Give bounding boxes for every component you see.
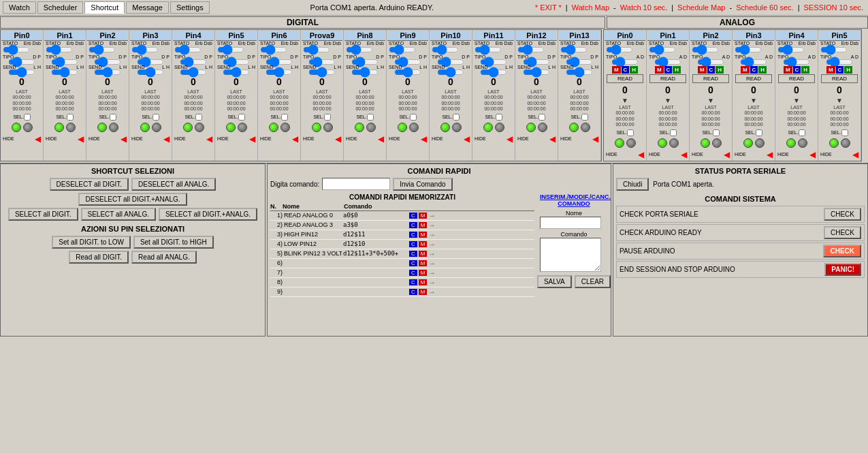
tipo-slider[interactable] <box>351 59 379 65</box>
clear-btn[interactable]: CLEAR <box>575 275 611 288</box>
mch-c-btn[interactable]: C <box>836 66 844 74</box>
send-slider[interactable] <box>566 69 593 75</box>
send-slider[interactable] <box>523 69 550 75</box>
tipo-slider[interactable] <box>137 59 164 65</box>
cmd-arrow-btn[interactable]: → <box>428 260 435 267</box>
mch-m-btn[interactable]: M <box>826 66 835 74</box>
sel-checkbox[interactable] <box>238 114 245 121</box>
read-analg-btn[interactable]: Read all ANALG. <box>131 251 197 264</box>
stato-slider[interactable] <box>131 47 159 52</box>
stato-slider[interactable] <box>475 47 502 52</box>
tipo-slider[interactable] <box>654 59 681 65</box>
cmd-c-btn[interactable]: C <box>409 232 417 238</box>
nome-input[interactable] <box>540 217 601 229</box>
stato-slider[interactable] <box>217 47 244 52</box>
tipo-slider[interactable] <box>308 59 336 65</box>
cmd-arrow-btn[interactable]: → <box>428 231 435 238</box>
session-10-link[interactable]: SESSION 10 sec. <box>804 3 863 12</box>
cmd-m-btn[interactable]: M <box>419 260 428 266</box>
send-slider[interactable] <box>351 69 379 75</box>
exit-link[interactable]: * EXIT * <box>535 3 562 12</box>
mch-c-btn[interactable]: C <box>622 66 630 74</box>
cmd-arrow-btn[interactable]: → <box>428 212 435 219</box>
cmd-c-btn[interactable]: C <box>409 260 417 266</box>
read-btn[interactable]: READ <box>692 74 729 83</box>
sel-checkbox[interactable] <box>670 129 677 136</box>
mch-m-btn[interactable]: M <box>612 66 621 74</box>
sistema-action-btn[interactable]: PANIC! <box>824 263 861 276</box>
send-slider[interactable] <box>137 69 164 75</box>
sel-checkbox[interactable] <box>627 129 634 136</box>
tipo-slider[interactable] <box>266 59 293 65</box>
send-slider[interactable] <box>394 69 421 75</box>
cmd-m-btn[interactable]: M <box>419 222 428 228</box>
stato-slider[interactable] <box>692 47 719 52</box>
sel-checkbox[interactable] <box>581 114 588 121</box>
sel-checkbox[interactable] <box>110 114 116 121</box>
sel-checkbox[interactable] <box>195 114 202 121</box>
schedule-60-link[interactable]: Schedule 60 sec. <box>736 3 793 12</box>
tipo-slider[interactable] <box>394 59 421 65</box>
send-slider[interactable] <box>94 69 121 75</box>
cmd-m-btn[interactable]: M <box>419 270 428 276</box>
send-slider[interactable] <box>51 69 78 75</box>
cmd-c-btn[interactable]: C <box>409 270 417 276</box>
tipo-slider[interactable] <box>826 59 853 65</box>
read-btn[interactable]: READ <box>778 74 815 83</box>
select-analg-btn[interactable]: SELECT all ANALG. <box>81 208 156 221</box>
sel-checkbox[interactable] <box>281 114 288 121</box>
stato-slider[interactable] <box>346 47 373 52</box>
read-btn[interactable]: READ <box>821 74 858 83</box>
mch-c-btn[interactable]: C <box>664 66 673 74</box>
stato-slider[interactable] <box>777 47 805 52</box>
sel-checkbox[interactable] <box>841 129 848 136</box>
cmd-m-btn[interactable]: M <box>419 241 428 247</box>
tipo-slider[interactable] <box>180 59 207 65</box>
send-slider[interactable] <box>8 69 35 75</box>
mch-h-btn[interactable]: H <box>758 66 767 74</box>
sel-checkbox[interactable] <box>152 114 159 121</box>
sel-checkbox[interactable] <box>799 129 805 136</box>
sel-checkbox[interactable] <box>713 129 720 136</box>
deselect-analg-btn[interactable]: DESELECT all ANALG. <box>131 178 216 191</box>
cmd-m-btn[interactable]: M <box>419 279 428 285</box>
cmd-m-btn[interactable]: M <box>419 251 428 257</box>
stato-slider[interactable] <box>606 47 633 52</box>
send-slider[interactable] <box>180 69 207 75</box>
send-slider[interactable] <box>480 69 507 75</box>
mch-m-btn[interactable]: M <box>655 66 664 74</box>
read-digit-btn[interactable]: Read all DIGIT. <box>69 251 129 264</box>
sel-checkbox[interactable] <box>496 114 502 121</box>
sel-checkbox[interactable] <box>410 114 417 121</box>
cmd-c-btn[interactable]: C <box>409 279 417 285</box>
send-slider[interactable] <box>308 69 336 75</box>
invia-btn[interactable]: Invia Comando <box>393 178 452 191</box>
tipo-slider[interactable] <box>8 59 35 65</box>
stato-slider[interactable] <box>389 47 416 52</box>
cmd-arrow-btn[interactable]: → <box>428 269 435 277</box>
sistema-action-btn[interactable]: CHECK <box>824 226 861 239</box>
deselect-both-btn[interactable]: DESELECT all DIGIT.+ANALG. <box>78 193 187 206</box>
cmd-c-btn[interactable]: C <box>409 222 417 228</box>
tipo-slider[interactable] <box>223 59 250 65</box>
cmd-arrow-btn[interactable]: → <box>428 288 435 296</box>
mch-h-btn[interactable]: H <box>801 66 809 74</box>
cmd-arrow-btn[interactable]: → <box>428 250 435 257</box>
salva-btn[interactable]: SALVA <box>537 275 572 288</box>
stato-slider[interactable] <box>303 47 330 52</box>
tipo-slider[interactable] <box>566 59 593 65</box>
mch-h-btn[interactable]: H <box>630 66 638 74</box>
stato-slider[interactable] <box>820 47 848 52</box>
stato-slider[interactable] <box>649 47 676 52</box>
cmd-c-btn[interactable]: C <box>409 251 417 257</box>
tipo-slider[interactable] <box>611 59 639 65</box>
cmd-c-btn[interactable]: C <box>409 289 417 295</box>
cmd-m-btn[interactable]: M <box>419 289 428 295</box>
set-high-btn[interactable]: Set all DIGIT. to HIGH <box>133 236 214 249</box>
send-slider[interactable] <box>223 69 250 75</box>
tipo-slider[interactable] <box>740 59 767 65</box>
sistema-action-btn[interactable]: CHECK <box>824 208 861 221</box>
tab-scheduler[interactable]: Scheduler <box>37 1 84 14</box>
tipo-slider[interactable] <box>51 59 78 65</box>
stato-slider[interactable] <box>260 47 287 52</box>
